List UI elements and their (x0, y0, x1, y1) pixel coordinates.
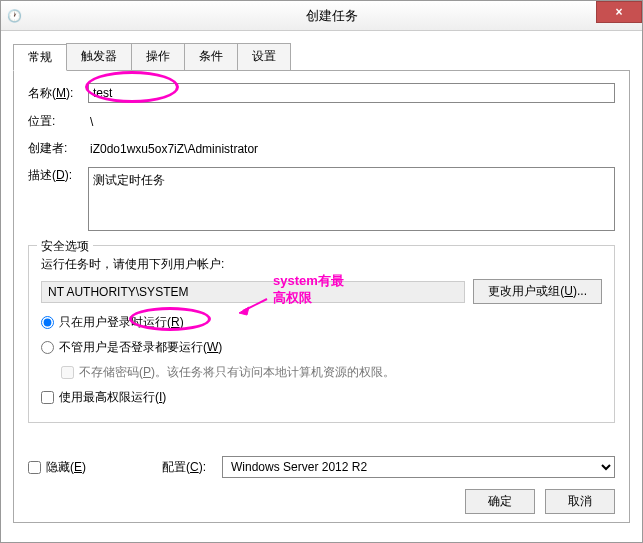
row-description: 描述(D): 测试定时任务 (28, 167, 615, 231)
tab-actions[interactable]: 操作 (131, 43, 185, 70)
label-location: 位置: (28, 113, 88, 130)
label-author: 创建者: (28, 140, 88, 157)
radio-logged-on-input[interactable] (41, 316, 54, 329)
check-highest-priv[interactable]: 使用最高权限运行(I) (41, 389, 602, 406)
radio-logged-on[interactable]: 只在用户登录时运行(R) (41, 314, 602, 331)
tab-settings[interactable]: 设置 (237, 43, 291, 70)
author-value: iZ0do1wxu5ox7iZ\Administrator (88, 142, 258, 156)
row-name: 名称(M): (28, 83, 615, 103)
highest-priv-checkbox[interactable] (41, 391, 54, 404)
config-select[interactable]: Windows Server 2012 R2 (222, 456, 615, 478)
change-user-button[interactable]: 更改用户或组(U)... (473, 279, 602, 304)
no-store-pwd-checkbox (61, 366, 74, 379)
hidden-label: 隐藏(E) (46, 459, 86, 476)
bottom-row: 隐藏(E) 配置(C): Windows Server 2012 R2 (28, 456, 615, 478)
radio-any-label: 不管用户是否登录都要运行(W) (59, 339, 222, 356)
description-input[interactable]: 测试定时任务 (88, 167, 615, 231)
tab-general[interactable]: 常规 (13, 44, 67, 71)
window-title: 创建任务 (21, 7, 642, 25)
run-as-label: 运行任务时，请使用下列用户帐户: (41, 256, 602, 273)
account-display: NT AUTHORITY\SYSTEM (41, 281, 465, 303)
cancel-button[interactable]: 取消 (545, 489, 615, 514)
security-group: 安全选项 运行任务时，请使用下列用户帐户: NT AUTHORITY\SYSTE… (28, 245, 615, 423)
hidden-checkbox[interactable] (28, 461, 41, 474)
tab-strip: 常规 触发器 操作 条件 设置 (13, 43, 630, 71)
dialog-buttons: 确定 取消 (465, 489, 615, 514)
highest-priv-label: 使用最高权限运行(I) (59, 389, 166, 406)
security-legend: 安全选项 (37, 238, 93, 255)
close-button[interactable]: × (596, 1, 642, 23)
check-no-store-pwd: 不存储密码(P)。该任务将只有访问本地计算机资源的权限。 (61, 364, 602, 381)
titlebar: 🕐 创建任务 × (1, 1, 642, 31)
tab-content-general: 名称(M): 位置: \ 创建者: iZ0do1wxu5ox7iZ\Admini… (13, 71, 630, 523)
name-input[interactable] (88, 83, 615, 103)
close-icon: × (615, 5, 622, 19)
no-store-pwd-label: 不存储密码(P)。该任务将只有访问本地计算机资源的权限。 (79, 364, 395, 381)
radio-any-input[interactable] (41, 341, 54, 354)
label-name: 名称(M): (28, 85, 88, 102)
config-label: 配置(C): (162, 459, 206, 476)
radio-any-user[interactable]: 不管用户是否登录都要运行(W) (41, 339, 602, 356)
tab-triggers[interactable]: 触发器 (66, 43, 132, 70)
row-author: 创建者: iZ0do1wxu5ox7iZ\Administrator (28, 140, 615, 157)
location-value: \ (88, 115, 93, 129)
row-location: 位置: \ (28, 113, 615, 130)
check-hidden[interactable]: 隐藏(E) (28, 459, 86, 476)
radio-logged-on-label: 只在用户登录时运行(R) (59, 314, 184, 331)
clock-icon: 🕐 (1, 9, 21, 23)
account-row: NT AUTHORITY\SYSTEM 更改用户或组(U)... (41, 279, 602, 304)
ok-button[interactable]: 确定 (465, 489, 535, 514)
dialog-body: 常规 触发器 操作 条件 设置 名称(M): 位置: \ 创建者: iZ0do1… (1, 31, 642, 531)
label-description: 描述(D): (28, 167, 88, 184)
tab-conditions[interactable]: 条件 (184, 43, 238, 70)
